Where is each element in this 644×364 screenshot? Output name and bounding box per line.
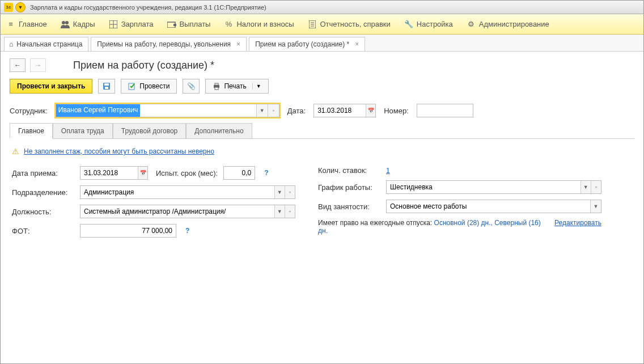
tab-extra[interactable]: Дополнительно xyxy=(186,123,252,139)
svg-rect-16 xyxy=(215,83,218,85)
position-input[interactable]: ▼▫ xyxy=(80,205,295,218)
number-label: Номер: xyxy=(384,107,409,115)
people-icon xyxy=(61,20,70,29)
menu-label: Кадры xyxy=(73,20,95,28)
app-logo-icon: 1с xyxy=(4,3,13,12)
percent-icon: % xyxy=(224,20,233,29)
attach-button[interactable]: 📎 xyxy=(183,79,200,94)
menu-vyplaty[interactable]: Выплаты xyxy=(167,20,211,29)
titlebar: 1с ▼ Зарплата и кадры государственного у… xyxy=(1,1,643,14)
position-label: Должность: xyxy=(12,208,74,216)
calendar-icon[interactable]: 📅 xyxy=(366,104,375,117)
wrench-icon: 🔧 xyxy=(404,20,413,29)
employee-label: Сотрудник: xyxy=(10,107,48,115)
page-title: Прием на работу (создание) * xyxy=(73,60,214,71)
warning-icon: ⚠ xyxy=(12,147,19,156)
menu-main[interactable]: ≡Главное xyxy=(6,20,47,29)
tab-label: Начальная страница xyxy=(16,40,82,48)
menu-admin[interactable]: ⚙Администрирование xyxy=(467,20,549,29)
button-label: Печать xyxy=(224,82,246,90)
svg-rect-17 xyxy=(215,87,218,90)
open-icon[interactable]: ▫ xyxy=(268,104,279,117)
tab-hiring-create[interactable]: Прием на работу (создание) *× xyxy=(249,37,365,51)
menu-label: Зарплата xyxy=(121,20,154,28)
dropdown-icon[interactable]: ▼ xyxy=(274,205,285,218)
trial-value[interactable] xyxy=(224,167,255,179)
open-icon[interactable]: ▫ xyxy=(591,181,601,193)
vacation-edit-link[interactable]: Редактировать xyxy=(554,219,601,227)
close-icon[interactable]: × xyxy=(355,40,359,48)
rate-link[interactable]: 1 xyxy=(386,167,390,175)
hire-date-input[interactable]: 📅 xyxy=(80,166,148,180)
menu-label: Налоги и взносы xyxy=(236,20,294,28)
dropdown-icon[interactable]: ▼ xyxy=(256,104,268,117)
number-input[interactable] xyxy=(417,104,473,117)
inner-tabs: Главное Оплата труда Трудовой договор До… xyxy=(10,123,634,139)
back-button[interactable]: ← xyxy=(10,58,26,72)
vacation-prefix: Имеет право на ежегодные отпуска: xyxy=(318,219,434,227)
fot-value[interactable] xyxy=(80,225,176,237)
open-icon[interactable]: ▫ xyxy=(285,205,295,218)
emptype-input[interactable]: ▼ xyxy=(386,200,601,213)
help-icon[interactable]: ? xyxy=(264,169,268,177)
dropdown-icon[interactable]: ▼ xyxy=(581,181,591,193)
save-button[interactable] xyxy=(98,79,115,94)
menu-kadry[interactable]: Кадры xyxy=(61,20,95,29)
date-value[interactable] xyxy=(314,104,366,117)
post-button[interactable]: Провести xyxy=(121,79,177,94)
tab-main[interactable]: Главное xyxy=(10,123,53,139)
wallet-icon xyxy=(167,20,176,29)
main-menu: ≡Главное Кадры Зарплата Выплаты %Налоги … xyxy=(1,14,643,35)
svg-rect-12 xyxy=(104,83,109,86)
calendar-icon[interactable]: 📅 xyxy=(138,167,147,179)
open-icon[interactable]: ▫ xyxy=(285,186,295,198)
menu-reports[interactable]: Отчетность, справки xyxy=(308,20,391,29)
close-icon[interactable]: × xyxy=(236,40,240,48)
print-button[interactable]: Печать▼ xyxy=(205,79,268,94)
trial-label: Испыт. срок (мес): xyxy=(156,169,218,177)
tab-label: Прием на работу (создание) * xyxy=(255,40,349,48)
svg-point-0 xyxy=(62,21,65,24)
forward-button[interactable]: → xyxy=(30,58,46,72)
dropdown-icon[interactable]: ▼ xyxy=(274,186,285,198)
help-icon[interactable]: ? xyxy=(185,227,189,235)
dept-label: Подразделение: xyxy=(12,188,74,197)
dept-value[interactable] xyxy=(80,186,274,198)
menu-zarplata[interactable]: Зарплата xyxy=(109,20,154,29)
report-icon xyxy=(308,20,317,29)
table-icon xyxy=(109,20,118,29)
emptype-value[interactable] xyxy=(387,200,590,213)
tab-home[interactable]: ⌂Начальная страница xyxy=(4,37,88,51)
employee-input[interactable]: Иванов Сергей Петрович ▼ ▫ xyxy=(56,104,279,117)
schedule-label: График работы: xyxy=(318,183,380,192)
menu-settings[interactable]: 🔧Настройка xyxy=(404,20,453,29)
menu-label: Главное xyxy=(19,20,47,28)
home-icon: ⌂ xyxy=(9,40,13,48)
tab-bar: ⌂Начальная страница Приемы на работу, пе… xyxy=(1,35,643,52)
dropdown-icon[interactable]: ▼ xyxy=(15,2,26,12)
date-input[interactable]: 📅 xyxy=(313,104,376,117)
menu-nalogi[interactable]: %Налоги и взносы xyxy=(224,20,294,29)
menu-label: Администрирование xyxy=(479,20,549,28)
schedule-value[interactable] xyxy=(387,181,581,193)
chevron-down-icon: ▼ xyxy=(252,83,261,89)
position-value[interactable] xyxy=(80,205,274,218)
post-and-close-button[interactable]: Провести и закрыть xyxy=(10,79,92,94)
warning-link[interactable]: Не заполнен стаж, пособия могут быть рас… xyxy=(24,147,214,155)
schedule-input[interactable]: ▼▫ xyxy=(386,180,601,194)
tab-payment[interactable]: Оплата труда xyxy=(53,123,113,139)
fot-input[interactable] xyxy=(80,224,176,238)
svg-point-1 xyxy=(65,21,69,24)
tab-contract[interactable]: Трудовой договор xyxy=(113,123,186,139)
menu-label: Выплаты xyxy=(180,20,211,28)
dropdown-icon[interactable]: ▼ xyxy=(590,200,601,213)
tab-label: Приемы на работу, переводы, увольнения xyxy=(97,40,231,48)
svg-rect-13 xyxy=(105,87,108,89)
tab-hiring-list[interactable]: Приемы на работу, переводы, увольнения× xyxy=(91,37,247,51)
print-icon xyxy=(213,82,221,90)
dept-input[interactable]: ▼▫ xyxy=(80,185,295,199)
trial-input[interactable] xyxy=(223,166,255,180)
emptype-label: Вид занятости: xyxy=(318,202,380,211)
number-value[interactable] xyxy=(417,104,473,117)
hire-date-value[interactable] xyxy=(80,167,138,179)
